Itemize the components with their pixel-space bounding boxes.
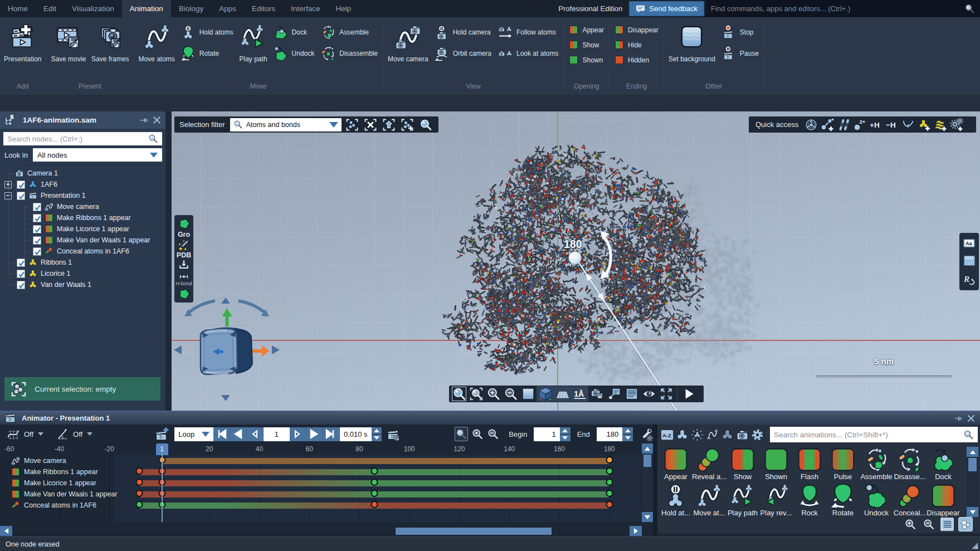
timeline-hscrollbar[interactable]	[0, 525, 642, 537]
menu-tab-animation[interactable]: Animation	[122, 0, 171, 17]
snap-angle-icon[interactable]	[56, 427, 69, 441]
effect-hold-at[interactable]: Hold at...	[659, 484, 693, 517]
tree-checkbox[interactable]	[33, 225, 41, 233]
menu-tab-biology[interactable]: Biology	[171, 0, 211, 17]
effect-shown[interactable]: Shown	[759, 447, 793, 481]
frame-time-spinner[interactable]: 0,010 s	[340, 427, 372, 441]
effect-pulse[interactable]: Pulse	[826, 447, 860, 481]
navigation-cube[interactable]	[172, 293, 283, 404]
orient-cube-button[interactable]	[537, 386, 554, 402]
tree-node-camera-1[interactable]: Camera 1	[0, 168, 165, 179]
group-trefoil-button[interactable]	[675, 427, 689, 442]
snap-angle-value[interactable]: Off	[73, 430, 82, 438]
ribbon-button-play-path[interactable]: Play path	[237, 23, 270, 64]
keyframe-red[interactable]	[370, 501, 378, 508]
timeline-track-make-van-der-waals-1-appear[interactable]: Make Van der Waals 1 appear	[0, 489, 117, 500]
visibility-button[interactable]	[640, 386, 657, 402]
ribbon-button-disassemble[interactable]: Disassemble	[321, 46, 378, 61]
az-sort-button[interactable]	[660, 427, 674, 442]
keyframe-green[interactable]	[606, 479, 613, 486]
effects-zoom-in-button[interactable]	[904, 518, 917, 531]
snap-frames-value[interactable]: Off	[24, 430, 33, 438]
command-search-input[interactable]: Find commands, apps and editors... (Ctrl…	[706, 0, 980, 17]
go-to-end-button[interactable]	[323, 427, 340, 441]
keyframe-red[interactable]	[136, 479, 143, 486]
add-selection-button[interactable]	[400, 117, 415, 132]
pin-icon[interactable]	[954, 414, 963, 423]
viewport-3d[interactable]: 180 Selection filter Atoms and bonds Qui…	[172, 111, 980, 411]
tree-checkbox[interactable]	[33, 236, 41, 245]
download-tray-icon[interactable]	[178, 260, 189, 270]
snapshot-button[interactable]	[588, 386, 606, 402]
deselect-button[interactable]	[363, 117, 378, 132]
spin-up-button[interactable]	[560, 427, 571, 434]
ribbon-button-save-frames[interactable]: Save frames	[89, 23, 131, 64]
chevron-down-icon[interactable]	[38, 432, 43, 436]
timeline-zoom-in-button[interactable]	[471, 427, 484, 441]
timeline-track-move-camera[interactable]: Move camera	[0, 455, 66, 466]
keyframe-green[interactable]	[370, 479, 378, 486]
hscroll-thumb[interactable]	[396, 528, 552, 535]
current-frame-field[interactable]: 1	[264, 427, 290, 441]
end-frame-spinner[interactable]: 180	[597, 427, 622, 441]
ribbon-button-save-movie[interactable]: Save movie	[48, 23, 89, 64]
ribbon-button-assemble[interactable]: Assemble	[321, 25, 378, 40]
ribbon-button-hidden[interactable]: Hidden	[615, 54, 659, 66]
add-presentation-icon[interactable]	[154, 427, 169, 442]
background-gradient-button[interactable]	[519, 386, 537, 402]
timeline-track-make-ribbons-1-appear[interactable]: Make Ribbons 1 appear	[0, 466, 98, 477]
menu-tab-home[interactable]: Home	[0, 0, 36, 17]
effect-rotate[interactable]: Rotate	[826, 484, 860, 517]
effect-play-path[interactable]: Play path	[726, 484, 759, 517]
pdb-label[interactable]: PDB	[177, 251, 191, 260]
scroll-down-button[interactable]	[642, 512, 653, 522]
icon-view-button[interactable]	[959, 518, 972, 531]
camera-filter-button[interactable]	[735, 427, 749, 442]
effect-conceal[interactable]: Conceal...	[893, 484, 927, 517]
menu-tab-editors[interactable]: Editors	[244, 0, 283, 17]
annotation-button[interactable]	[606, 386, 623, 402]
timeline-zoom-out-button[interactable]	[487, 427, 500, 441]
ribbon-button-orbit-camera[interactable]: Orbit camera	[435, 46, 491, 61]
parallel-bonds-button[interactable]	[836, 117, 851, 132]
add-gears-button[interactable]	[949, 117, 964, 132]
effect-flash[interactable]: Flash	[793, 447, 826, 481]
tree-checkbox[interactable]	[33, 214, 41, 222]
zoom-selection-view-button[interactable]	[467, 386, 485, 402]
timeline-ruler[interactable]: -60-40-20120406080100120140160180	[0, 443, 642, 455]
resize-grip[interactable]	[971, 542, 978, 549]
tree-node-licorice-1[interactable]: Licorice 1	[0, 268, 165, 279]
spin-up-button[interactable]	[622, 427, 633, 434]
unit-angstrom-button[interactable]	[571, 386, 588, 402]
report-button[interactable]	[623, 386, 640, 402]
tree-checkbox[interactable]	[17, 270, 25, 278]
begin-spin-buttons[interactable]	[560, 427, 571, 441]
track-bar[interactable]	[162, 458, 610, 464]
effect-reveal-a[interactable]: Reveal a...	[693, 447, 726, 481]
keyframe-green[interactable]	[370, 490, 378, 497]
previous-keyframe-button[interactable]	[230, 427, 247, 441]
effect-appear[interactable]: Appear	[659, 447, 693, 481]
tree-checkbox[interactable]	[17, 181, 25, 189]
labels-icon[interactable]	[962, 237, 977, 249]
send-feedback-button[interactable]: Send feedback	[629, 1, 704, 16]
spin-down-button[interactable]	[560, 435, 571, 441]
scroll-down-button[interactable]	[967, 507, 978, 517]
molecule-plus-button[interactable]	[820, 117, 835, 132]
flash-trefoil-button[interactable]	[690, 427, 704, 442]
ribbon-button-follow-atoms[interactable]: Follow atoms	[498, 25, 558, 40]
trefoil-dark-button[interactable]	[720, 427, 734, 442]
ribbon-button-rotate[interactable]: Rotate	[181, 46, 233, 61]
vscroll-thumb[interactable]	[643, 455, 651, 467]
ruler-icon[interactable]	[963, 254, 976, 267]
snap-frames-icon[interactable]	[7, 427, 20, 441]
keyframe-green[interactable]	[606, 467, 613, 475]
add-group-button[interactable]	[916, 117, 932, 132]
keyframe-red[interactable]	[606, 501, 613, 508]
frame-time-spin-buttons[interactable]	[372, 427, 382, 441]
wand-icon[interactable]	[178, 239, 190, 251]
ribbon-button-undock[interactable]: Undock	[274, 46, 315, 61]
effect-disappear[interactable]: Disappear	[927, 484, 960, 517]
ribbon-button-move-camera[interactable]: Move camera	[385, 23, 431, 64]
select-up-button[interactable]	[382, 117, 397, 132]
